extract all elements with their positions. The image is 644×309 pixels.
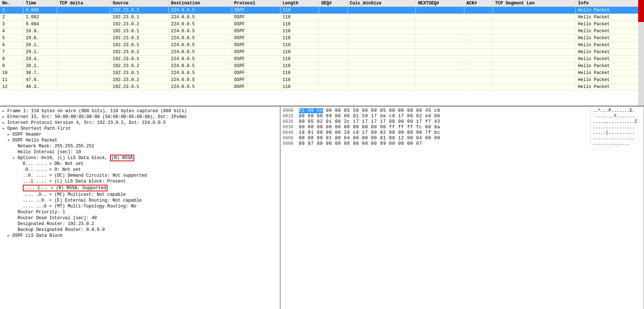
hex-offset: 0000 [283, 108, 296, 113]
hex-ascii: `.......Y....... [590, 114, 641, 119]
hex-row: 0010 00 60 00 89 00 00 01 59 17 de c0 17… [283, 114, 641, 119]
detail-line[interactable]: Network Mask: 255.255.255.252 [0, 143, 280, 149]
hex-offset: 0030 [283, 125, 296, 130]
table-row[interactable]: 729.1…192.23.0.2224.0.0.5OSPF110Hello Pa… [0, 49, 644, 56]
hex-ascii: ................ [590, 125, 641, 130]
detail-text: OSPF LLS Data Block [12, 233, 63, 238]
hex-row: 0060 00 07 80 00 00 08 00 00 00 09 00 00… [283, 141, 641, 146]
hex-ascii: ................ [590, 136, 641, 141]
packet-details-panel: ▸Frame 1: 110 bytes on wire (880 bits), … [0, 107, 281, 309]
hex-bytes: 00 00 00 00 00 00 00 00 00 00 ff ff ff f… [299, 125, 587, 130]
table-row[interactable]: 829.4…192.23.0.1224.0.0.5OSPF110Hello Pa… [0, 56, 644, 63]
table-header-row: No. Time TCP delta Source Destination Pr… [0, 0, 644, 7]
detail-text: Open Shortest Path First [7, 126, 71, 131]
boxed-line-text: .... 1... = (N) NSSA: Supported [23, 185, 107, 191]
detail-line[interactable]: .... 1... = (N) NSSA: Supported [0, 184, 280, 192]
hex-ascii: .............. [590, 141, 641, 146]
hex-row: 0020 00 05 02 01 00 2c 17 17 17 17 00 00… [283, 119, 641, 124]
hex-bytes: 18 01 00 00 00 28 c0 17 00 02 00 00 00 0… [299, 130, 587, 135]
table-row[interactable]: 1147.9…192.23.0.2224.0.0.5OSPF110Hello P… [0, 77, 644, 84]
hex-offset: 0060 [283, 141, 296, 146]
table-row[interactable]: 938.2…192.23.0.2224.0.0.5OSPF110Hello Pa… [0, 63, 644, 70]
col-protocol: Protocol [232, 0, 280, 7]
detail-text: .... ...0 = (MT) Multi-Topology Routing:… [23, 204, 136, 209]
expand-arrow: ▸ [7, 233, 12, 238]
hex-row: 0040 18 01 00 00 00 28 c0 17 00 02 00 00… [283, 130, 641, 135]
hex-bytes: 00 08 00 01 00 04 00 00 00 01 00 12 00 0… [299, 136, 587, 141]
detail-text: Network Mask: 255.255.255.252 [18, 144, 94, 149]
detail-text: OSPF Header [12, 132, 41, 137]
expand-arrow: ▸ [7, 132, 12, 137]
detail-text: Designated Router: 192.23.0.2 [18, 221, 94, 227]
detail-line[interactable]: ▾OSPF Hello Packet [0, 137, 280, 143]
col-time: Time [23, 0, 57, 7]
detail-text: ..0. .... = (DC) Demand Circuits: Not su… [23, 173, 147, 178]
expand-arrow: ▸ [2, 115, 7, 119]
expand-arrow: ▸ [2, 109, 7, 113]
table-row[interactable]: 21.092192.23.0.1224.0.0.5OSPF110Hello Pa… [0, 14, 644, 21]
detail-text: OSPF Hello Packet [12, 138, 57, 143]
col-seq: SEQ# [319, 0, 347, 7]
boxed-text: (N) NSSA [110, 155, 134, 161]
table-row[interactable]: 410.9…192.23.0.1224.0.0.5OSPF110Hello Pa… [0, 28, 644, 35]
detail-text: .... ..0. = (E) External Routing: Not ca… [23, 198, 142, 203]
detail-line[interactable]: ▾Open Shortest Path First [0, 126, 280, 132]
expand-arrow: ▸ [2, 121, 7, 125]
detail-line[interactable]: .0.. .... = O: Not set [0, 167, 280, 173]
detail-line[interactable]: Hello Interval [sec]: 10 [0, 149, 280, 155]
expand-arrow: ▾ [12, 156, 18, 160]
hex-row: 0000 01 00 5e 00 00 05 50 00 00 05 00 00… [283, 108, 641, 113]
col-no: No. [0, 0, 23, 7]
detail-line[interactable]: ...1 .... = (L) LLS Data block: Present [0, 179, 280, 184]
detail-line[interactable]: ▸Frame 1: 110 bytes on wire (880 bits), … [0, 108, 280, 114]
detail-line[interactable]: .... ..0. = (E) External Routing: Not ca… [0, 198, 280, 203]
detail-text: .0.. .... = O: Not set [23, 167, 81, 172]
detail-line[interactable]: ..0. .... = (DC) Demand Circuits: Not su… [0, 173, 280, 179]
table-row[interactable]: 620.1…192.23.0.1224.0.0.5OSPF110Hello Pa… [0, 42, 644, 49]
detail-line[interactable]: ▸Ethernet II, Src: 50:00:00:05:00:00 (50… [0, 114, 280, 120]
table-row[interactable]: 519.6…192.23.0.2224.0.0.5OSPF110Hello Pa… [0, 35, 644, 42]
hex-bytes: 01 00 5e 00 00 05 50 00 00 05 00 00 08 0… [299, 108, 587, 113]
hex-offset: 0040 [283, 130, 296, 135]
detail-text: Ethernet II, Src: 50:00:00:05:00:00 (50:… [7, 114, 187, 119]
detail-line[interactable]: Designated Router: 192.23.0.2 [0, 221, 280, 227]
col-winsize: Calc_WinSize [347, 0, 416, 7]
detail-line[interactable]: ▸Internet Protocol Version 4, Src: 192.2… [0, 120, 280, 126]
hex-view-panel: 0000 01 00 5e 00 00 05 50 00 00 05 00 00… [281, 107, 644, 309]
detail-line[interactable]: Router Priority: 1 [0, 209, 280, 215]
table-row[interactable]: 1248.3…192.23.0.1224.0.0.5OSPF110Hello P… [0, 84, 644, 91]
scrollbar[interactable] [638, 0, 644, 106]
col-nextseq: NEXTSEQ# [416, 0, 464, 7]
detail-line[interactable]: .... ...0 = (MT) Multi-Topology Routing:… [0, 203, 280, 209]
hex-highlighted: 01 00 5e [299, 108, 323, 113]
detail-text: Frame 1: 110 bytes on wire (880 bits), 1… [7, 108, 187, 114]
detail-text: .... .0.. = (MC) Multicast: Not capable [23, 192, 126, 197]
hex-ascii: .....(.......... [590, 130, 641, 135]
col-tcp-delta: TCP delta [57, 0, 110, 7]
col-destination: Destination [169, 0, 232, 7]
scroll-thumb[interactable] [638, 0, 644, 22]
detail-line[interactable]: .... .0.. = (MC) Multicast: Not capable [0, 192, 280, 198]
detail-text: Router Priority: 1 [18, 210, 65, 215]
col-info: Info [576, 0, 644, 7]
detail-line[interactable]: ▸OSPF LLS Data Block [0, 233, 280, 239]
hex-bytes: 00 07 80 00 00 08 00 00 00 09 00 00 00 0… [299, 141, 587, 146]
detail-line[interactable]: Router Dead Interval [sec]: 40 [0, 215, 280, 221]
detail-line[interactable]: ▾Options: 0x18, (L) LLS Data block, (N) … [0, 155, 280, 161]
detail-text: Internet Protocol Version 4, Src: 192.23… [7, 120, 166, 125]
detail-line[interactable]: Backup Designated Router: 0.0.0.0 [0, 227, 280, 233]
detail-line[interactable]: 0... .... = DN: Not set [0, 161, 280, 167]
detail-line[interactable]: ▸OSPF Header [0, 132, 280, 137]
table-row[interactable]: 10.000192.23.0.2224.0.0.5OSPF110Hello Pa… [0, 7, 644, 14]
hex-ascii: .....,..........C [590, 119, 641, 124]
hex-bytes: 00 05 02 01 00 2c 17 17 17 17 00 00 00 1… [299, 119, 587, 124]
bottom-section: ▸Frame 1: 110 bytes on wire (880 bits), … [0, 106, 644, 309]
col-tcplen: TCP Segment Len [493, 0, 575, 7]
expand-arrow: ▾ [2, 126, 7, 131]
packet-list-container[interactable]: No. Time TCP delta Source Destination Pr… [0, 0, 644, 106]
hex-offset: 0050 [283, 136, 296, 141]
table-row[interactable]: 1038.7…192.23.0.1224.0.0.5OSPF110Hello P… [0, 70, 644, 77]
table-row[interactable]: 39.684192.23.0.2224.0.0.5OSPF110Hello Pa… [0, 21, 644, 28]
packet-table: No. Time TCP delta Source Destination Pr… [0, 0, 644, 91]
packet-rows: 10.000192.23.0.2224.0.0.5OSPF110Hello Pa… [0, 7, 644, 91]
